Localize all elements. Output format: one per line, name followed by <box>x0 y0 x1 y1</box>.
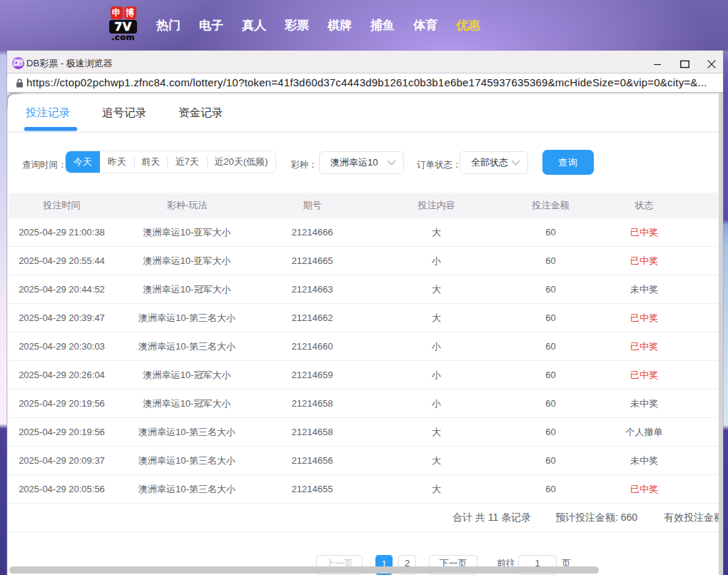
cell-game: 澳洲幸运10-冠军大小 <box>143 361 231 389</box>
cell-status: 已中奖 <box>630 247 658 275</box>
maximize-icon <box>680 60 689 68</box>
cell-status: 未中奖 <box>630 390 658 417</box>
cell-content: 大 <box>432 218 441 246</box>
url-bar[interactable]: https://ctop02pchwp1.zfnc84.com/lottery/… <box>7 73 723 93</box>
logo-text: 7V <box>109 20 137 34</box>
table-row: 2025-04-29 21:00:38澳洲幸运10-亚军大小21214666大6… <box>9 218 719 247</box>
summary-valid: 有效投注金额: 660 <box>664 503 723 532</box>
nav-item-8[interactable]: 优惠 <box>447 17 490 34</box>
cell-issue: 21214662 <box>292 304 333 332</box>
cell-amount: 60 <box>545 475 555 503</box>
cell-amount: 60 <box>545 447 555 474</box>
cell-content: 小 <box>432 247 441 275</box>
nav-item-2[interactable]: 电子 <box>190 17 233 34</box>
column-header-1: 投注时间 <box>44 193 81 218</box>
time-option-1[interactable]: 今天 <box>66 151 100 173</box>
cell-time: 2025-04-29 20:39:47 <box>19 304 105 332</box>
cell-status: 已中奖 <box>630 218 658 246</box>
table-row: 2025-04-29 20:39:47澳洲幸运10-第三名大小21214662大… <box>9 304 719 332</box>
time-option-3[interactable]: 前天 <box>134 151 167 173</box>
cell-time: 2025-04-29 20:09:37 <box>19 447 105 474</box>
window-title: DB彩票 - 极速浏览器 <box>26 52 113 74</box>
cell-game: 澳洲幸运10-第三名大小 <box>138 304 236 332</box>
table-row: 2025-04-29 20:05:56澳洲幸运10-第三名大小21214655大… <box>9 475 719 504</box>
page-content: 投注记录追号记录资金记录 查询时间： 今天昨天前天近7天近20天(低频) 彩种：… <box>7 93 723 575</box>
cell-content: 大 <box>432 418 441 446</box>
close-icon <box>707 60 716 68</box>
nav-menu: 热门电子真人彩票棋牌捕鱼体育优惠 <box>147 0 490 51</box>
lottery-select[interactable]: 澳洲幸运10 <box>319 151 404 174</box>
nav-item-4[interactable]: 彩票 <box>275 17 318 34</box>
nav-item-1[interactable]: 热门 <box>147 17 190 34</box>
maximize-button[interactable] <box>671 51 698 73</box>
cell-game: 澳洲幸运10-第三名大小 <box>138 447 236 474</box>
cell-issue: 21214663 <box>292 275 333 303</box>
cell-game: 澳洲幸运10-亚军大小 <box>143 218 231 246</box>
horizontal-scrollbar-thumb[interactable] <box>9 566 599 574</box>
status-filter-label: 订单状态： <box>417 159 462 171</box>
url-text[interactable]: https://ctop02pchwp1.zfnc84.com/lottery/… <box>26 73 722 92</box>
cell-time: 2025-04-29 21:00:38 <box>19 218 105 246</box>
lottery-select-value: 澳洲幸运10 <box>330 152 378 173</box>
time-option-5[interactable]: 近20天(低频) <box>207 151 275 173</box>
vertical-scrollbar[interactable] <box>719 93 723 575</box>
column-header-4: 投注内容 <box>418 193 455 218</box>
nav-item-5[interactable]: 棋牌 <box>318 17 361 34</box>
tab-1[interactable]: 投注记录 <box>26 106 70 121</box>
cell-game: 澳洲幸运10-冠军大小 <box>143 275 231 303</box>
summary-expected: 预计投注金额: 660 <box>555 503 637 532</box>
site-logo[interactable]: 申 博 7V .com <box>108 6 138 41</box>
table-row: 2025-04-29 20:44:52澳洲幸运10-冠军大小21214663大6… <box>9 275 719 304</box>
table-header: 投注时间彩种-玩法期号投注内容投注金额状态 <box>9 193 719 218</box>
status-select-value: 全部状态 <box>471 152 508 173</box>
cell-game: 澳洲幸运10-第三名大小 <box>138 418 236 446</box>
cell-amount: 60 <box>545 361 555 389</box>
search-button[interactable]: 查询 <box>542 150 594 175</box>
minimize-button[interactable] <box>644 51 671 73</box>
nav-item-6[interactable]: 捕鱼 <box>361 17 404 34</box>
nav-item-3[interactable]: 真人 <box>233 17 275 34</box>
top-navigation: 申 博 7V .com 热门电子真人彩票棋牌捕鱼体育优惠 <box>0 0 728 51</box>
chevron-down-icon <box>511 160 520 166</box>
window-titlebar[interactable]: DB DB彩票 - 极速浏览器 <box>7 51 723 73</box>
cell-amount: 60 <box>545 247 555 275</box>
table-row: 2025-04-29 20:30:03澳洲幸运10-第三名大小21214660小… <box>9 332 719 361</box>
cell-issue: 21214658 <box>292 418 333 446</box>
summary-bar: 合计 共 11 条记录 预计投注金额: 660 有效投注金额: 660 <box>7 503 719 532</box>
cell-time: 2025-04-29 20:19:56 <box>19 418 105 446</box>
cell-issue: 21214658 <box>292 390 333 417</box>
cell-issue: 21214656 <box>292 447 333 474</box>
cell-content: 大 <box>432 475 441 503</box>
browser-favicon: DB <box>12 57 24 69</box>
cell-content: 小 <box>432 361 441 389</box>
cell-issue: 21214666 <box>292 218 333 246</box>
page-background-right <box>723 50 728 575</box>
cell-time: 2025-04-29 20:44:52 <box>19 275 105 303</box>
cell-issue: 21214655 <box>292 475 333 503</box>
tab-3[interactable]: 资金记录 <box>178 106 223 121</box>
cell-status: 未中奖 <box>630 447 658 474</box>
time-filter-label: 查询时间： <box>22 159 67 171</box>
cell-issue: 21214659 <box>292 361 333 389</box>
summary-total: 合计 共 11 条记录 <box>453 503 531 532</box>
cell-amount: 60 <box>545 332 555 360</box>
time-option-4[interactable]: 近7天 <box>167 151 207 173</box>
close-button[interactable] <box>698 51 725 73</box>
logo-badge-2: 博 <box>124 6 136 19</box>
column-header-6: 状态 <box>635 193 654 218</box>
cell-content: 大 <box>432 447 441 474</box>
table-row: 2025-04-29 20:19:56澳洲幸运10-冠军大小21214658小6… <box>9 390 719 418</box>
cell-game: 澳洲幸运10-冠军大小 <box>143 390 231 417</box>
time-option-2[interactable]: 昨天 <box>100 151 135 173</box>
status-select[interactable]: 全部状态 <box>460 151 528 174</box>
cell-status: 已中奖 <box>630 361 658 389</box>
cell-status: 已中奖 <box>630 332 658 360</box>
logo-badge-1: 申 <box>111 6 123 19</box>
tab-2[interactable]: 追号记录 <box>102 106 146 121</box>
nav-item-7[interactable]: 体育 <box>404 17 447 34</box>
browser-window: DB DB彩票 - 极速浏览器 https://ctop02pchwp1.zfn… <box>7 51 723 575</box>
column-header-2: 彩种-玩法 <box>167 193 207 218</box>
lock-icon <box>16 78 24 88</box>
cell-content: 小 <box>432 332 441 360</box>
cell-time: 2025-04-29 20:55:44 <box>19 247 105 275</box>
